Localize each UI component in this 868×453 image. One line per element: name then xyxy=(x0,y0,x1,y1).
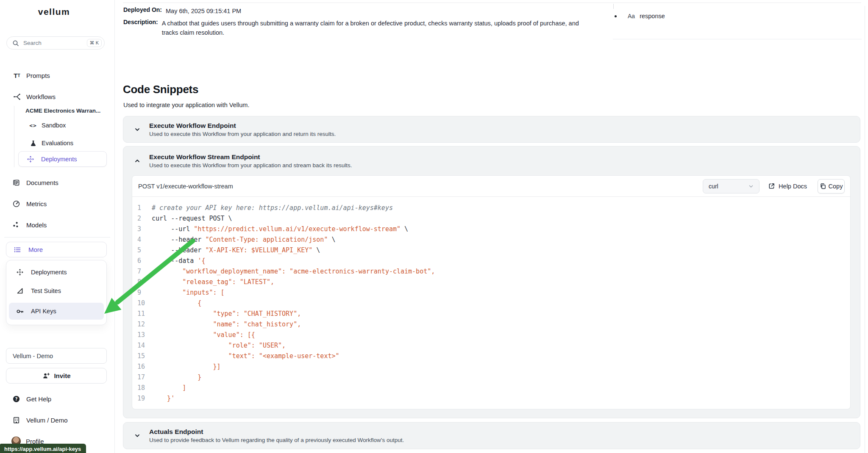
code-line: 19 }' xyxy=(137,393,850,403)
workflows-icon xyxy=(13,92,21,101)
invite-button[interactable]: Invite xyxy=(6,368,107,384)
building-icon xyxy=(12,416,20,424)
code-line: 14 "role": "USER", xyxy=(137,340,850,351)
output-variable-item: Aa response xyxy=(615,13,665,19)
code-line: 6 --data '{ xyxy=(137,255,850,266)
code-line: 1# create your API key here: https://app… xyxy=(137,202,850,213)
code-line: 8 "release_tag": "LATEST", xyxy=(137,276,850,287)
content-right-border xyxy=(865,6,865,453)
chevron-up-icon[interactable] xyxy=(133,156,142,166)
copy-label: Copy xyxy=(829,183,843,190)
documents-icon xyxy=(12,178,20,187)
sidebar-item-prompts[interactable]: TT Prompts xyxy=(13,70,50,80)
deployed-on-value: May 6th, 2025 09:15:41 PM xyxy=(166,6,241,16)
card-subtitle: Used to execute this Workflow from your … xyxy=(149,162,352,168)
svg-text:?: ? xyxy=(15,396,17,401)
models-dots-icon xyxy=(12,221,20,229)
chevron-down-icon[interactable] xyxy=(133,431,142,440)
sidebar-item-evaluations[interactable]: Evaluations xyxy=(29,138,73,148)
sidebar-item-sandbox[interactable]: <> Sandbox xyxy=(29,120,66,130)
search-input[interactable]: Search ⌘ K xyxy=(6,36,105,50)
sidebar-item-workflow-project[interactable]: ACME Electronics Warran... xyxy=(25,108,100,114)
code-brackets-icon: <> xyxy=(29,121,37,130)
code-line: 5 --header "X-API-KEY: $VELLUM_API_KEY" … xyxy=(137,245,850,255)
page-title: Code Snippets xyxy=(123,83,198,96)
panel-edge-tick xyxy=(613,4,614,9)
user-plus-icon xyxy=(42,372,50,380)
search-icon xyxy=(11,39,20,47)
code-line: 11 "type": "CHAT_HISTORY", xyxy=(137,308,850,319)
execute-workflow-endpoint-card: Execute Workflow Endpoint Used to execut… xyxy=(123,116,860,143)
card-subtitle: Used to provide feedback to Vellum regar… xyxy=(149,437,404,443)
code-lines: 1# create your API key here: https://app… xyxy=(132,197,850,403)
language-select[interactable]: curl xyxy=(703,179,760,193)
set-square-icon xyxy=(16,287,24,295)
search-placeholder: Search xyxy=(23,40,87,46)
code-line: 2curl --request POST \ xyxy=(137,213,850,224)
menu-item-api-keys[interactable]: API Keys xyxy=(9,303,104,320)
code-line: 4 --header "Content-Type: application/js… xyxy=(137,234,850,245)
help-docs-label: Help Docs xyxy=(779,183,807,190)
code-line: 17 } xyxy=(137,372,850,382)
key-icon xyxy=(16,307,24,315)
code-line: 7 "workflow_deployment_name": "acme-elec… xyxy=(137,266,850,276)
card-title: Execute Workflow Endpoint xyxy=(149,122,336,130)
bullet-icon xyxy=(615,15,617,17)
help-circle-icon: ? xyxy=(12,395,20,403)
text-type-icon: Aa xyxy=(628,13,635,19)
page-subtitle: Used to integrate your application with … xyxy=(123,102,249,108)
code-line: 10 { xyxy=(137,298,850,308)
main-content: Deployed On: May 6th, 2025 09:15:41 PM D… xyxy=(115,0,868,453)
chevron-down-icon[interactable] xyxy=(133,125,142,134)
sidebar-item-get-help[interactable]: ? Get Help xyxy=(12,394,51,404)
search-shortcut-badge: ⌘ K xyxy=(87,39,102,47)
sidebar-item-documents[interactable]: Documents xyxy=(12,177,58,188)
description-row: Description: A chatbot that guides users… xyxy=(123,19,587,37)
link-preview-statusbar: https://app.vellum.ai/api-keys xyxy=(0,444,86,453)
code-line: 16 }] xyxy=(137,361,850,372)
language-select-value: curl xyxy=(709,183,718,190)
code-line: 12 "name": "chat_history", xyxy=(137,319,850,329)
deployed-on-label: Deployed On: xyxy=(123,6,162,16)
menu-item-deployments[interactable]: Deployments xyxy=(9,263,104,282)
execute-workflow-stream-endpoint-card: Execute Workflow Stream Endpoint Used to… xyxy=(123,146,860,418)
chevron-down-icon xyxy=(748,183,754,189)
card-title: Execute Workflow Stream Endpoint xyxy=(149,153,352,161)
deployed-on-row: Deployed On: May 6th, 2025 09:15:41 PM xyxy=(123,6,241,16)
sidebar-item-more[interactable]: More xyxy=(6,242,107,257)
sidebar-divider xyxy=(4,237,110,238)
description-value: A chatbot that guides users through subm… xyxy=(162,19,587,37)
sidebar: vellum Search ⌘ K TT Prompts Workflows A… xyxy=(0,0,115,453)
code-snippet-panel: POST v1/execute-workflow-stream curl Hel… xyxy=(132,175,851,409)
workspace-selector[interactable]: Vellum - Demo xyxy=(6,348,107,364)
sidebar-item-models[interactable]: Models xyxy=(12,220,47,230)
tree-indent-line xyxy=(14,106,14,167)
endpoint-label: POST v1/execute-workflow-stream xyxy=(138,183,703,190)
code-toolbar: POST v1/execute-workflow-stream curl Hel… xyxy=(132,176,850,197)
sidebar-item-metrics[interactable]: Metrics xyxy=(12,199,47,209)
copy-button[interactable]: Copy xyxy=(818,179,845,193)
actuals-endpoint-card: Actuals Endpoint Used to provide feedbac… xyxy=(123,422,860,449)
menu-item-test-suites[interactable]: Test Suites xyxy=(9,282,104,300)
app-window: vellum Search ⌘ K TT Prompts Workflows A… xyxy=(0,0,868,453)
prompts-icon: TT xyxy=(13,71,21,80)
vellum-logo: vellum xyxy=(0,7,108,17)
list-icon xyxy=(13,246,22,254)
sidebar-item-deployments-active[interactable]: Deployments xyxy=(18,151,107,167)
move-arrows-icon xyxy=(16,268,24,276)
flask-icon xyxy=(29,139,37,147)
code-line: 13 "value": [{ xyxy=(137,329,850,340)
copy-icon xyxy=(820,183,826,189)
card-title: Actuals Endpoint xyxy=(149,428,404,436)
sidebar-item-workflows[interactable]: Workflows xyxy=(13,91,56,102)
sidebar-item-org[interactable]: Vellum / Demo xyxy=(12,415,68,425)
code-line: 3 --url "https://predict.vellum.ai/v1/ex… xyxy=(137,224,850,234)
section-divider xyxy=(123,3,861,3)
code-line: 18 ] xyxy=(137,382,850,393)
code-line: 9 "inputs": [ xyxy=(137,287,850,298)
code-line: 15 "text": "<example-user-text>" xyxy=(137,351,850,361)
move-arrows-icon xyxy=(26,155,35,163)
more-menu-panel: Deployments Test Suites API Keys xyxy=(6,260,107,325)
help-docs-link[interactable]: Help Docs xyxy=(768,182,807,190)
external-link-icon xyxy=(768,182,775,190)
